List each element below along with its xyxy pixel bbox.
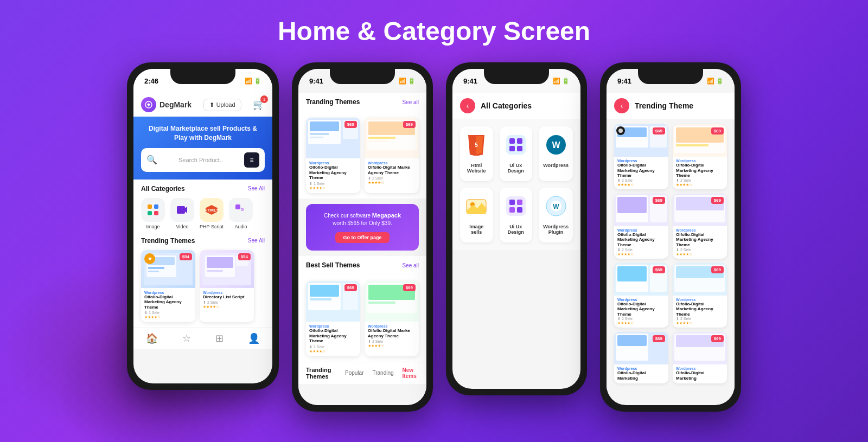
p2-card-1-img: $69: [306, 118, 360, 158]
promo-button[interactable]: Go to Offer page: [335, 232, 389, 243]
p4-card-7-img: $69: [614, 332, 668, 364]
p2-bestsell-see-all[interactable]: See all: [402, 262, 419, 268]
price-badge: $54: [180, 253, 192, 260]
status-time-3: 9:41: [463, 77, 477, 85]
status-time-4: 9:41: [617, 77, 631, 85]
p2-card-2-img: $69: [365, 118, 419, 158]
category-audio[interactable]: ⚙ Audio: [229, 198, 253, 229]
p4-card-7-info: Wordpress Oifolio-Digital Marketing: [614, 364, 668, 383]
nav-grid[interactable]: ⊞: [215, 332, 224, 344]
svg-rect-30: [368, 137, 395, 139]
phone-4-title: Trending Theme: [635, 101, 693, 110]
p4-card-6[interactable]: $69 Wordpress Oifolio-Digital Marketing …: [673, 263, 727, 328]
status-icons-2: 📶 🔋: [399, 78, 416, 85]
svg-rect-18: [207, 257, 233, 268]
p4-card-8-img: $69: [673, 332, 727, 364]
logo: DegMark: [141, 97, 192, 112]
p4-card-7[interactable]: $69 Wordpress Oifolio-Digital Marketing: [614, 332, 668, 383]
phone-4: 9:41 📶 🔋 ‹ Trending Theme $69: [600, 62, 741, 412]
card-name: Oifolio-Digital Marketing Agecny Theme: [144, 294, 192, 310]
upload-icon: ⬆: [209, 101, 214, 108]
trending-card-2[interactable]: $54: [200, 250, 254, 323]
p4-card-3-info: Wordpress Oifolio-Digital Marketing Agec…: [614, 226, 668, 259]
svg-rect-54: [506, 196, 526, 216]
search-icon: 🔍: [146, 155, 157, 165]
svg-rect-2: [154, 204, 158, 209]
p2-bestsell-card-1[interactable]: $69: [306, 281, 360, 356]
cat-img-icon: [465, 195, 487, 221]
trending-card-1[interactable]: ★ $54: [141, 250, 195, 323]
cat-img-label: Image sells: [464, 224, 489, 235]
p4-card-5-img: $69: [614, 263, 668, 296]
p2-bestsell-price-1: $69: [344, 284, 357, 291]
p4-card-8[interactable]: $69 Wordpress Oifolio-Digital Marketing: [673, 332, 727, 383]
p4-card-5-info: Wordpress Oifolio-Digital Marketing Agec…: [614, 296, 668, 328]
svg-rect-24: [310, 133, 329, 135]
p4-card-4-img: $69: [673, 194, 727, 226]
cat-uiux-1[interactable]: Ui Ux Design: [500, 126, 533, 181]
category-image[interactable]: Image: [141, 198, 165, 229]
cat-wp-1-icon: W: [545, 134, 567, 159]
cat-img-sells[interactable]: Image sells: [460, 188, 493, 242]
cart-badge: 1: [260, 95, 268, 103]
trending-card-2-info: Wordpress Directory List Script ⬇ 2 Sele…: [200, 288, 254, 312]
svg-rect-47: [509, 146, 515, 151]
svg-rect-34: [310, 285, 339, 297]
cat-uiux-1-icon: [505, 134, 527, 159]
star-badge: ★: [144, 253, 155, 264]
svg-text:W: W: [553, 203, 559, 210]
p2-trending-card-2[interactable]: $69: [365, 118, 419, 193]
svg-text:⚙: ⚙: [240, 207, 244, 212]
cat-html[interactable]: 5 Html Website: [460, 126, 493, 181]
svg-rect-20: [207, 270, 223, 272]
category-image-icon: [141, 198, 165, 222]
categories-see-all[interactable]: See All: [248, 185, 265, 191]
p4-card-8-info: Wordpress Oifolio-Digital Marketing: [673, 364, 727, 383]
p2-tab-popular[interactable]: Popular: [345, 370, 363, 376]
phone-2-screen: 9:41 📶 🔋 Tranding Themes See all $69: [298, 69, 426, 405]
cat-wp-plugin[interactable]: W Wordpress Plugin: [539, 188, 573, 242]
nav-profile[interactable]: 👤: [248, 332, 260, 344]
cat-html-icon: 5: [465, 134, 487, 159]
card-type: Wordpress: [144, 291, 192, 294]
categories-section-header: All Categories See All: [141, 185, 265, 193]
nav-favorites[interactable]: ☆: [182, 332, 191, 344]
phone-1: 2:46 📶 🔋 DegMark ⬆ Upload: [127, 62, 279, 390]
cat-uiux-2[interactable]: Ui Ux Design: [500, 188, 533, 242]
trending-card-1-info: Wordpress Oifolio-Digital Marketing Agec…: [141, 288, 195, 323]
cat-wp-1[interactable]: W Wordpress: [539, 126, 573, 181]
p4-card-5[interactable]: $69 Wordpress Oifolio-Digital Marketing …: [614, 263, 668, 328]
cat-uiux-2-label: Ui Ux Design: [504, 224, 528, 235]
p4-card-3[interactable]: $69 Wordpress Oifolio-Digital Marketing …: [614, 194, 668, 259]
p4-card-1[interactable]: $69 Wordpress Oifolio-Digital Marketing …: [614, 124, 668, 189]
back-button-3[interactable]: ‹: [460, 98, 475, 113]
categories-grid: Image Video HTML5 PHP Script: [141, 198, 265, 229]
back-button-4[interactable]: ‹: [614, 98, 629, 113]
svg-rect-58: [517, 207, 522, 213]
hero-text: Digital Marketplace sell Products & Play…: [141, 124, 265, 143]
svg-rect-46: [517, 138, 522, 144]
svg-text:W: W: [552, 140, 560, 150]
filter-button[interactable]: ≡: [244, 152, 259, 168]
p4-card-2[interactable]: $69 Wordpress Oifolio-Digital Marketing …: [673, 124, 727, 189]
p2-tab-tranding[interactable]: Tranding: [372, 370, 393, 376]
svg-rect-14: [148, 267, 164, 269]
p2-bestsell-card-2[interactable]: $69 Wordpress: [365, 281, 419, 356]
p4-card-4-info: Wordpress Oifolio-Digital Marketing Agec…: [673, 226, 727, 259]
p2-card-2-info: Wordpress Oifolio-Digital Marke Agecny T…: [365, 158, 419, 188]
trending-see-all[interactable]: See All: [248, 238, 265, 244]
p2-trending-see-all[interactable]: See all: [402, 99, 419, 105]
category-php[interactable]: HTML5 PHP Script: [200, 198, 224, 229]
phone-2-notch: [330, 69, 395, 84]
upload-button[interactable]: ⬆ Upload: [203, 99, 241, 111]
p2-tab-new[interactable]: New Items: [403, 367, 419, 379]
p4-card-4[interactable]: $69 Wordpress Oifolio-Digital Marketing …: [673, 194, 727, 259]
category-image-label: Image: [146, 224, 159, 229]
p2-trending-card-1[interactable]: $69: [306, 118, 360, 193]
nav-home[interactable]: 🏠: [146, 332, 158, 344]
category-video[interactable]: Video: [170, 198, 194, 229]
trending-card-1-image: ★ $54: [141, 250, 195, 288]
search-bar[interactable]: 🔍 Search Product.. ≡: [141, 148, 265, 172]
cart-icon[interactable]: 🛒 1: [253, 99, 265, 111]
card-sales-2: ⬇ 2 Sele: [203, 300, 251, 305]
